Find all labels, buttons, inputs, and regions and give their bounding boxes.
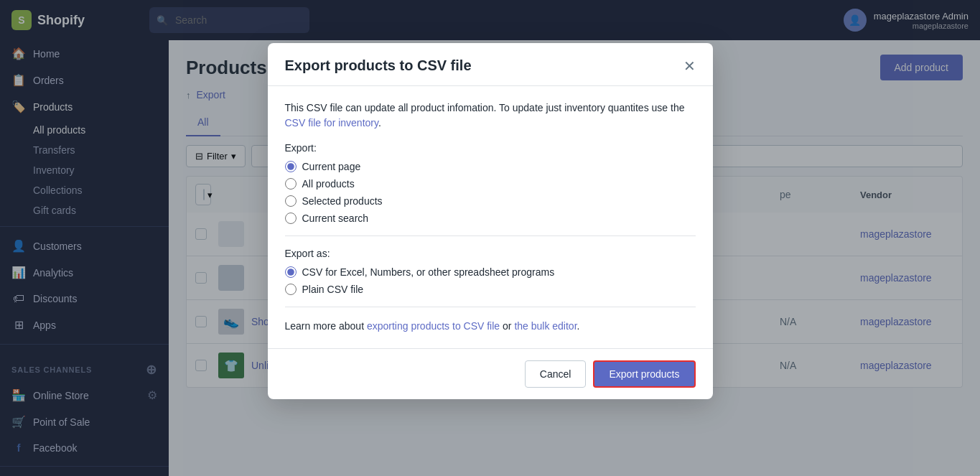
radio-csv-excel[interactable] <box>285 266 297 278</box>
modal-footer-text: Learn more about exporting products to C… <box>285 319 696 334</box>
modal-header: Export products to CSV file ✕ <box>268 43 713 86</box>
learn-more-text: Learn more about <box>285 320 365 332</box>
option-current-search[interactable]: Current search <box>285 213 696 224</box>
option-csv-excel-label: CSV for Excel, Numbers, or other spreads… <box>302 266 555 278</box>
radio-current-search[interactable] <box>285 213 297 224</box>
export-section: Export: Current page All products Select… <box>285 142 696 224</box>
modal-divider-2 <box>285 307 696 307</box>
option-plain-csv[interactable]: Plain CSV file <box>285 284 696 295</box>
modal-body: This CSV file can update all product inf… <box>268 86 713 348</box>
option-selected-products-label: Selected products <box>302 195 383 207</box>
export-products-button[interactable]: Export products <box>593 360 695 388</box>
export-as-section: Export as: CSV for Excel, Numbers, or ot… <box>285 248 696 295</box>
radio-plain-csv[interactable] <box>285 284 297 295</box>
export-modal: Export products to CSV file ✕ This CSV f… <box>268 43 713 399</box>
export-section-label: Export: <box>285 142 696 154</box>
option-selected-products[interactable]: Selected products <box>285 195 696 207</box>
radio-all-products[interactable] <box>285 178 297 190</box>
radio-current-page[interactable] <box>285 161 297 172</box>
modal-title: Export products to CSV file <box>285 57 472 74</box>
option-current-page-label: Current page <box>302 161 361 172</box>
cancel-button[interactable]: Cancel <box>525 360 587 388</box>
option-current-search-label: Current search <box>302 213 369 224</box>
option-plain-csv-label: Plain CSV file <box>302 284 364 295</box>
modal-description: This CSV file can update all product inf… <box>285 101 696 131</box>
modal-overlay: Export products to CSV file ✕ This CSV f… <box>0 0 980 476</box>
option-all-products-label: All products <box>302 178 355 190</box>
modal-desc-end: . <box>378 117 381 129</box>
radio-selected-products[interactable] <box>285 195 297 207</box>
option-current-page[interactable]: Current page <box>285 161 696 172</box>
bulk-editor-link[interactable]: the bulk editor <box>514 320 577 332</box>
option-csv-excel[interactable]: CSV for Excel, Numbers, or other spreads… <box>285 266 696 278</box>
csv-inventory-link[interactable]: CSV file for inventory <box>285 117 378 129</box>
modal-divider <box>285 235 696 236</box>
modal-desc-text: This CSV file can update all product inf… <box>285 102 685 113</box>
modal-actions: Cancel Export products <box>268 348 713 399</box>
exporting-link[interactable]: exporting products to CSV file <box>367 320 500 332</box>
learn-more-end: . <box>577 320 580 332</box>
modal-close-button[interactable]: ✕ <box>683 59 696 73</box>
export-as-label: Export as: <box>285 248 696 259</box>
option-all-products[interactable]: All products <box>285 178 696 190</box>
